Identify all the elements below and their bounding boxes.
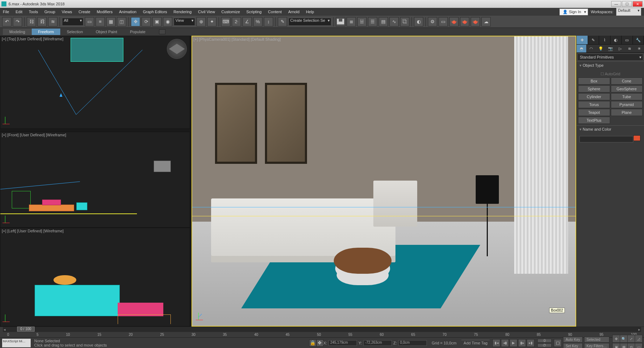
- next-frame-button[interactable]: ▮▸: [518, 339, 526, 347]
- time-slider-thumb[interactable]: 0 / 100: [17, 327, 35, 332]
- named-selection-dropdown[interactable]: Create Selection Se: [288, 18, 331, 26]
- percent-snap-button[interactable]: %: [253, 17, 262, 26]
- cat-lights[interactable]: 💡: [596, 45, 605, 52]
- time-config-button[interactable]: ⏱: [537, 343, 552, 347]
- rollout-name-color[interactable]: Name and Color: [577, 125, 644, 133]
- menu-scripting[interactable]: Scripting: [246, 10, 262, 14]
- render-activeshade-button[interactable]: 🫖: [471, 17, 480, 26]
- menu-rendering[interactable]: Rendering: [174, 10, 192, 14]
- x-input[interactable]: 245,179cm: [328, 340, 357, 346]
- viewport-top[interactable]: [+] [Top] [User Defined] [Wireframe]: [0, 36, 190, 129]
- viewport-camera-label[interactable]: [+] [PhysCamera001] [Standard] [Default …: [194, 37, 281, 41]
- maxscript-listener[interactable]: MAXScript Mi…: [2, 339, 31, 347]
- time-slider[interactable]: ◂ 0 / 100 ▸: [3, 327, 641, 332]
- prim-teapot[interactable]: Teapot: [578, 109, 610, 116]
- current-frame-input[interactable]: 0: [537, 339, 552, 343]
- maximize-viewport-button[interactable]: ▭: [635, 343, 643, 348]
- setkey-button[interactable]: Set Key: [563, 343, 583, 348]
- prim-pyramid[interactable]: Pyramid: [611, 101, 643, 108]
- prim-cylinder[interactable]: Cylinder: [578, 93, 610, 100]
- menu-help[interactable]: Help: [306, 10, 314, 14]
- toggle-ribbon-button[interactable]: ▤: [379, 17, 388, 26]
- prim-torus[interactable]: Torus: [578, 101, 610, 108]
- unlink-button[interactable]: ⛓̸: [37, 17, 47, 26]
- pan-button[interactable]: ✥: [612, 335, 620, 343]
- menu-tools[interactable]: Tools: [29, 10, 38, 14]
- maximize-button[interactable]: ☐: [622, 1, 632, 7]
- select-rotate-button[interactable]: ⟳: [142, 17, 151, 26]
- autogrid-checkbox[interactable]: ☐ AutoGrid: [578, 71, 643, 77]
- time-ruler[interactable]: 0 5 10 15 20 25 30 35 40 45 50 55 60 65 …: [0, 332, 644, 337]
- ribbon-tab-populate[interactable]: Populate: [123, 29, 152, 35]
- render-iterative-button[interactable]: 🫖: [460, 17, 469, 26]
- prim-sphere[interactable]: Sphere: [578, 85, 610, 92]
- bind-spacewarp-button[interactable]: ≋: [48, 17, 57, 26]
- prim-geosphere[interactable]: GeoSphere: [611, 85, 643, 92]
- rendered-frame-button[interactable]: ▭: [439, 17, 448, 26]
- render-setup-button[interactable]: ⚙: [428, 17, 437, 26]
- signin-button[interactable]: 👤 Sign In: [559, 9, 588, 15]
- snap-2d-button[interactable]: 2▫: [232, 17, 241, 26]
- menu-file[interactable]: File: [3, 10, 9, 14]
- layer-explorer-button[interactable]: ☱: [357, 17, 367, 26]
- cat-cameras[interactable]: 📷: [605, 45, 615, 52]
- selection-lock-button[interactable]: 🔒: [309, 339, 316, 347]
- toggle-scene-explorer-button[interactable]: ☰: [368, 17, 377, 26]
- menu-modifiers[interactable]: Modifiers: [97, 10, 113, 14]
- transform-type-in-button[interactable]: ✥: [316, 339, 323, 347]
- ribbon-tab-modeling[interactable]: Modeling: [3, 29, 32, 35]
- primitive-category-dropdown[interactable]: Standard Primitives: [577, 54, 643, 61]
- selection-filter-dropdown[interactable]: All: [62, 18, 83, 26]
- render-production-button[interactable]: 🫖: [449, 17, 459, 26]
- menu-animation[interactable]: Animation: [119, 10, 137, 14]
- prim-tube[interactable]: Tube: [611, 93, 643, 100]
- viewport-top-label[interactable]: [+] [Top] [User Defined] [Wireframe]: [2, 37, 63, 41]
- keyboard-shortcut-override-button[interactable]: ⌨: [221, 17, 230, 26]
- menu-grapheditors[interactable]: Graph Editors: [143, 10, 167, 14]
- angle-snap-button[interactable]: ∠: [242, 17, 252, 26]
- object-color-swatch[interactable]: [633, 135, 640, 141]
- select-rect-button[interactable]: ▦: [106, 17, 116, 26]
- cat-geometry[interactable]: ◓: [577, 45, 586, 52]
- y-input[interactable]: -72,263cm: [363, 340, 392, 346]
- prim-textplus[interactable]: TextPlus: [578, 117, 610, 124]
- link-button[interactable]: ⛓: [27, 17, 36, 26]
- autokey-button[interactable]: Auto Key: [563, 337, 583, 343]
- window-crossing-button[interactable]: ◫: [117, 17, 126, 26]
- cp-tab-create[interactable]: ✚: [577, 36, 588, 44]
- spinner-snap-button[interactable]: ↕: [264, 17, 273, 26]
- play-button[interactable]: ▶: [510, 339, 517, 347]
- curve-editor-button[interactable]: ∿: [389, 17, 399, 26]
- mirror-button[interactable]: ▙▟: [336, 17, 345, 26]
- ribbon-toggle-icon[interactable]: [159, 29, 165, 34]
- ribbon-tab-freeform[interactable]: Freeform: [32, 29, 61, 35]
- isolate-selection-button[interactable]: ◻: [554, 339, 562, 347]
- viewport-left-label[interactable]: [+] [Left] [User Defined] [Wireframe]: [2, 229, 63, 233]
- ribbon-tab-objectpaint[interactable]: Object Paint: [90, 29, 124, 35]
- cp-tab-display[interactable]: ▭: [622, 36, 633, 44]
- zoom-all-button[interactable]: ⤢: [627, 335, 635, 343]
- minimize-button[interactable]: —: [611, 1, 621, 7]
- cat-shapes[interactable]: ◠: [586, 45, 596, 52]
- key-mode-dropdown[interactable]: Selected: [584, 337, 609, 343]
- cp-tab-hierarchy[interactable]: ⌇: [599, 36, 610, 44]
- cp-tab-modify[interactable]: ✎: [588, 36, 599, 44]
- rollout-object-type[interactable]: Object Type: [577, 61, 644, 69]
- menu-group[interactable]: Group: [44, 10, 55, 14]
- add-time-tag-button[interactable]: Add Time Tag: [461, 340, 490, 346]
- prev-frame-button[interactable]: ◂▮: [501, 339, 509, 347]
- prim-box[interactable]: Box: [578, 77, 610, 85]
- close-button[interactable]: ✕: [633, 1, 643, 7]
- material-editor-button[interactable]: ◐: [414, 17, 423, 26]
- viewport-left[interactable]: [+] [Left] [User Defined] [Wireframe]: [0, 228, 190, 327]
- menu-customize[interactable]: Customize: [221, 10, 240, 14]
- viewcube-icon[interactable]: [167, 39, 187, 59]
- cp-tab-utilities[interactable]: 🔧: [633, 36, 644, 44]
- select-by-name-button[interactable]: ≡: [96, 17, 105, 26]
- zoom-button[interactable]: 🔍: [620, 335, 628, 343]
- workspaces-dropdown[interactable]: Default: [616, 8, 641, 16]
- cp-tab-motion[interactable]: ◐: [610, 36, 622, 44]
- undo-button[interactable]: ↶: [2, 17, 11, 26]
- schematic-view-button[interactable]: ⿻: [400, 17, 409, 26]
- edit-named-sel-button[interactable]: ✎: [278, 17, 287, 26]
